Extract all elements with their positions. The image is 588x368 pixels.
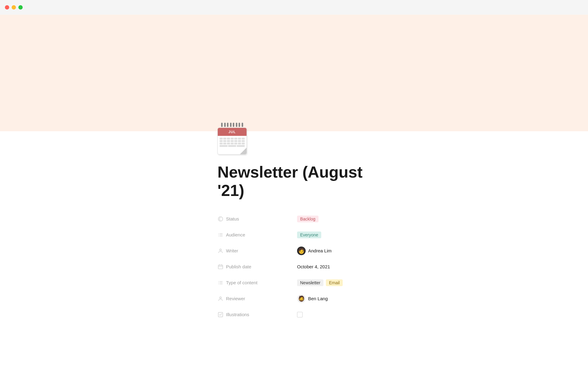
property-reviewer-label: Reviewer bbox=[217, 296, 297, 302]
content-type-newsletter-badge[interactable]: Newsletter bbox=[297, 279, 323, 286]
property-type-of-content[interactable]: Type of content Newsletter Email bbox=[217, 275, 371, 291]
svg-rect-10 bbox=[220, 281, 223, 282]
property-writer-label: Writer bbox=[217, 248, 297, 254]
property-audience[interactable]: Audience Everyone bbox=[217, 227, 371, 243]
list-icon bbox=[217, 232, 224, 238]
page-title: Newsletter (August '21) bbox=[217, 163, 371, 200]
writer-avatar: 🧑 bbox=[297, 247, 306, 255]
list-icon-2 bbox=[217, 280, 224, 286]
svg-rect-3 bbox=[218, 235, 219, 235]
illustrations-checkbox[interactable] bbox=[297, 312, 303, 317]
property-status-label-text: Status bbox=[226, 216, 239, 221]
property-type-of-content-label: Type of content bbox=[217, 280, 297, 286]
properties-section: Status Backlog Audienc bbox=[217, 211, 371, 323]
property-type-of-content-value: Newsletter Email bbox=[297, 279, 343, 286]
property-illustrations[interactable]: Illustrations bbox=[217, 307, 371, 323]
reviewer-avatar: 🧔 bbox=[297, 294, 306, 303]
calendar-month-header: JUL bbox=[218, 128, 247, 136]
svg-rect-2 bbox=[220, 233, 223, 234]
svg-rect-5 bbox=[218, 236, 219, 236]
calendar-body: JUL bbox=[217, 128, 247, 155]
svg-rect-6 bbox=[220, 236, 223, 236]
property-publish-date-label-text: Publish date bbox=[226, 264, 251, 269]
svg-rect-9 bbox=[218, 281, 219, 282]
svg-rect-12 bbox=[220, 282, 223, 283]
check-icon bbox=[217, 312, 224, 318]
property-status-value: Backlog bbox=[297, 216, 318, 222]
property-writer-label-text: Writer bbox=[226, 248, 238, 253]
close-button[interactable] bbox=[5, 5, 9, 10]
svg-rect-4 bbox=[220, 235, 223, 235]
property-writer[interactable]: Writer 🧑 Andrea Lim bbox=[217, 243, 371, 259]
svg-point-0 bbox=[218, 217, 223, 221]
svg-point-7 bbox=[220, 249, 221, 251]
property-status[interactable]: Status Backlog bbox=[217, 211, 371, 227]
property-writer-value[interactable]: 🧑 Andrea Lim bbox=[297, 247, 332, 255]
property-audience-value: Everyone bbox=[297, 232, 321, 238]
svg-rect-1 bbox=[218, 233, 219, 234]
status-icon bbox=[217, 216, 224, 222]
person-icon-2 bbox=[217, 296, 224, 302]
audience-badge[interactable]: Everyone bbox=[297, 232, 321, 238]
calendar-emoji-icon: JUL bbox=[217, 123, 247, 152]
person-icon bbox=[217, 248, 224, 254]
property-publish-date[interactable]: Publish date October 4, 2021 bbox=[217, 259, 371, 275]
maximize-button[interactable] bbox=[18, 5, 23, 10]
property-reviewer-label-text: Reviewer bbox=[226, 296, 245, 301]
property-illustrations-value[interactable] bbox=[297, 312, 303, 317]
svg-rect-8 bbox=[218, 265, 223, 269]
property-publish-date-label: Publish date bbox=[217, 264, 297, 270]
svg-rect-11 bbox=[218, 282, 219, 283]
writer-name: Andrea Lim bbox=[308, 248, 332, 253]
publish-date-text: October 4, 2021 bbox=[297, 264, 330, 269]
property-status-label: Status bbox=[217, 216, 297, 222]
reviewer-name: Ben Lang bbox=[308, 296, 328, 301]
calendar-prop-icon bbox=[217, 264, 224, 270]
property-publish-date-value[interactable]: October 4, 2021 bbox=[297, 264, 330, 269]
svg-rect-13 bbox=[218, 284, 219, 284]
property-audience-label-text: Audience bbox=[226, 232, 245, 237]
page-icon: JUL bbox=[217, 113, 371, 156]
property-type-of-content-label-text: Type of content bbox=[226, 280, 258, 285]
status-badge[interactable]: Backlog bbox=[297, 216, 318, 222]
property-illustrations-label-text: Illustrations bbox=[226, 312, 249, 317]
property-reviewer[interactable]: Reviewer 🧔 Ben Lang bbox=[217, 291, 371, 307]
svg-point-15 bbox=[220, 297, 221, 298]
property-reviewer-value[interactable]: 🧔 Ben Lang bbox=[297, 294, 328, 303]
content-type-email-badge[interactable]: Email bbox=[326, 279, 343, 286]
property-audience-label: Audience bbox=[217, 232, 297, 238]
minimize-button[interactable] bbox=[12, 5, 16, 10]
content-area: JUL bbox=[156, 113, 432, 323]
svg-rect-14 bbox=[220, 284, 223, 284]
property-illustrations-label: Illustrations bbox=[217, 312, 297, 318]
titlebar bbox=[0, 0, 588, 15]
